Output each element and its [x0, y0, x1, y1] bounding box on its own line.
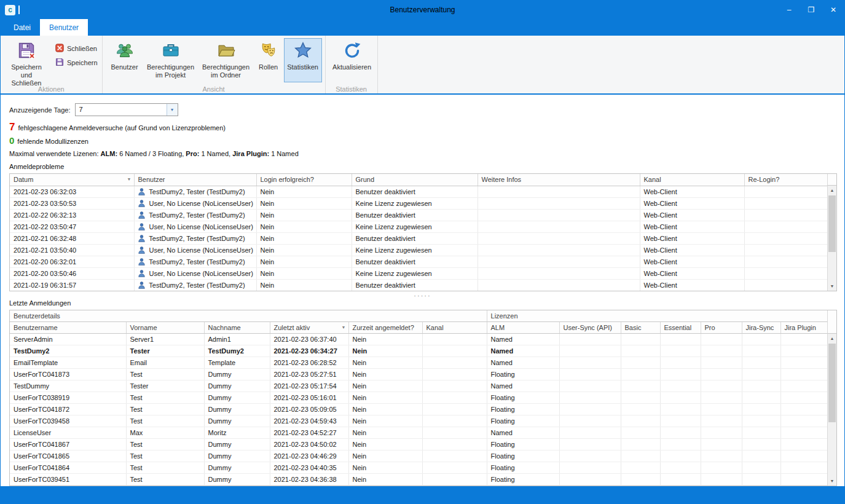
cell [742, 356, 780, 368]
cell [559, 415, 621, 427]
statistiken-button[interactable]: Statistiken [284, 38, 322, 82]
cell: Nein [348, 392, 422, 403]
table-row[interactable]: 2021-02-23 06:32:03 TestDumy2, Tester (T… [10, 186, 827, 197]
days-label: Anzuzeigende Tage: [9, 106, 71, 114]
column-header[interactable]: Weitere Infos [478, 174, 640, 186]
column-header[interactable]: Pro [701, 321, 742, 333]
cell [422, 415, 487, 427]
column-header[interactable]: Re-Login? [744, 174, 827, 186]
cell [742, 368, 780, 380]
table-row[interactable]: UserForTC039451TestDummy2021-02-23 04:36… [10, 473, 827, 485]
cell: 2021-02-23 04:46:29 [270, 450, 348, 462]
table-row[interactable]: 2021-02-19 06:31:57 TestDumy2, Tester (T… [10, 279, 827, 291]
rollen-button[interactable]: Rollen [254, 38, 283, 82]
aktualisieren-button[interactable]: Aktualisieren [330, 38, 374, 82]
cell [701, 403, 742, 415]
table-row[interactable]: UserForTC041872TestDummy2021-02-23 05:09… [10, 403, 827, 415]
scroll-down-button[interactable]: ▼ [828, 282, 836, 291]
column-header[interactable]: Kanal [640, 174, 744, 186]
cell: Keine Lizenz zugewiesen [352, 197, 478, 209]
table-row[interactable]: ServerAdminServer1Admin12021-02-23 06:37… [10, 333, 827, 345]
table-row[interactable]: UserForTC038919TestDummy2021-02-23 05:16… [10, 392, 827, 403]
table-row[interactable]: UserForTC041873TestDummy2021-02-23 05:27… [10, 368, 827, 380]
table-row[interactable]: 2021-02-22 03:50:47 User, No License (No… [10, 221, 827, 232]
vertical-scrollbar[interactable]: ▲ ▼ [827, 186, 836, 291]
cell [780, 333, 827, 345]
cell: Dummy [204, 473, 270, 485]
column-header[interactable]: Zuletzt aktiv▼ [270, 321, 348, 333]
tab-benutzer[interactable]: Benutzer [40, 19, 88, 36]
column-header[interactable]: User-Sync (API) [559, 321, 621, 333]
column-header[interactable]: Grund [352, 174, 478, 186]
column-header[interactable]: Jira-Sync [742, 321, 780, 333]
minimize-button[interactable]: – [778, 1, 800, 19]
close-window-button[interactable]: ✕ [822, 1, 844, 19]
cell: Floating [487, 392, 559, 403]
table-row[interactable]: 2021-02-20 03:50:46 User, No License (No… [10, 267, 827, 279]
scroll-thumb[interactable] [828, 195, 836, 252]
days-select[interactable]: 7 ▾ [75, 103, 178, 116]
cell: Nein [348, 403, 422, 415]
missing-licenses-label: fehlende Modullizenzen [17, 138, 88, 145]
cell: 2021-02-23 06:28:52 [270, 356, 348, 368]
table-row[interactable]: UserForTC041865TestDummy2021-02-23 04:46… [10, 450, 827, 462]
column-header[interactable]: ALM [487, 321, 559, 333]
close-button[interactable]: Schließen [53, 43, 100, 54]
maximize-button[interactable]: ❐ [800, 1, 822, 19]
scroll-thumb[interactable] [828, 344, 836, 422]
table-row[interactable]: 2021-02-20 06:32:01 TestDumy2, Tester (T… [10, 256, 827, 267]
benutzer-button[interactable]: Benutzer [107, 38, 143, 82]
cell: TestDumy2, Tester (TestDumy2) [134, 279, 256, 291]
berechtigungen-projekt-label: Berechtigungen im Projekt [147, 63, 195, 79]
column-header[interactable]: Vorname [126, 321, 204, 333]
cell: TestDummy [10, 380, 126, 392]
column-header[interactable]: Jira Plugin [780, 321, 827, 333]
column-header[interactable]: Datum▼ [10, 174, 134, 186]
table-row[interactable]: 2021-02-21 03:50:40 User, No License (No… [10, 244, 827, 256]
cell: 2021-02-23 04:50:02 [270, 438, 348, 450]
cell [422, 356, 487, 368]
column-header[interactable]: Basic [621, 321, 660, 333]
table-row[interactable]: 2021-02-21 06:32:48 TestDumy2, Tester (T… [10, 232, 827, 244]
cell: 2021-02-23 06:34:27 [270, 345, 348, 356]
cell [742, 345, 780, 356]
save-and-close-button[interactable]: Speichern und Schließen [5, 38, 48, 89]
column-header[interactable]: Nachname [204, 321, 270, 333]
column-header[interactable]: Benutzer [134, 174, 256, 186]
user-icon [138, 200, 145, 207]
table-row[interactable]: UserForTC041867TestDummy2021-02-23 04:50… [10, 438, 827, 450]
days-select-dropdown-button[interactable]: ▾ [167, 104, 178, 116]
scroll-up-button[interactable]: ▲ [828, 334, 836, 343]
column-header[interactable]: Login erfolgreich? [256, 174, 352, 186]
cell: 2021-02-20 03:50:46 [10, 267, 134, 279]
cell [559, 345, 621, 356]
scroll-down-button[interactable]: ▼ [828, 476, 836, 486]
table-row[interactable]: EmailTemplateEmailTemplate2021-02-23 06:… [10, 356, 827, 368]
cell: Web-Client [640, 244, 744, 256]
table-row[interactable]: UserForTC041864TestDummy2021-02-23 04:40… [10, 462, 827, 473]
splitter-handle[interactable]: ····· [9, 291, 836, 299]
cell: 2021-02-23 06:32:03 [10, 186, 134, 197]
column-header[interactable]: Kanal [422, 321, 487, 333]
save-button[interactable]: Speichern [53, 57, 100, 68]
scroll-up-button[interactable]: ▲ [828, 186, 836, 195]
column-header[interactable]: Essential [660, 321, 701, 333]
column-header[interactable]: Zurzeit angemeldet? [348, 321, 422, 333]
cell: Dummy [204, 415, 270, 427]
table-row[interactable]: 2021-02-23 03:50:53 User, No License (No… [10, 197, 827, 209]
cell [701, 333, 742, 345]
table-row[interactable]: 2021-02-22 06:32:13 TestDumy2, Tester (T… [10, 209, 827, 221]
table-row[interactable]: TestDumy2TesterTestDumy22021-02-23 06:34… [10, 345, 827, 356]
table-row[interactable]: LicenseUserMaxMoritz2021-02-23 04:52:27N… [10, 427, 827, 438]
table-row[interactable]: TestDummyTesterDummy2021-02-23 05:17:54N… [10, 380, 827, 392]
berechtigungen-projekt-button[interactable]: Berechtigungen im Projekt [144, 38, 198, 82]
days-select-value[interactable]: 7 [76, 104, 167, 116]
vertical-scrollbar[interactable]: ▲ ▼ [827, 334, 836, 486]
tab-datei[interactable]: Datei [4, 19, 40, 36]
cell [780, 438, 827, 450]
scroll-up-icon: ▲ [830, 336, 835, 341]
column-header[interactable]: Benutzername [10, 321, 126, 333]
table-row[interactable]: UserForTC039458TestDummy2021-02-23 04:59… [10, 415, 827, 427]
save-label: Speichern [67, 59, 98, 66]
berechtigungen-ordner-button[interactable]: Berechtigungen im Ordner [199, 38, 253, 82]
